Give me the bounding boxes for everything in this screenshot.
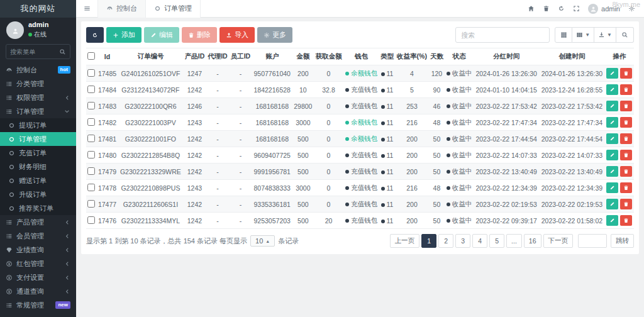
page-button-2[interactable]: 2 bbox=[438, 234, 453, 248]
refresh-button[interactable] bbox=[86, 27, 104, 43]
sidebar-item-16[interactable]: 通道查询 bbox=[0, 284, 76, 298]
page-button-5[interactable]: 5 bbox=[489, 234, 504, 248]
cell-amount: 29800 bbox=[292, 98, 314, 114]
trash-icon[interactable] bbox=[543, 5, 550, 12]
more-button[interactable]: 更多 bbox=[257, 27, 292, 43]
page-button-16[interactable]: 16 bbox=[524, 234, 541, 248]
row-delete-button[interactable] bbox=[620, 101, 632, 111]
sidebar-item-0[interactable]: 控制台hot bbox=[0, 63, 76, 77]
cell-account: 9253057203 bbox=[252, 213, 292, 229]
cell-actions bbox=[605, 180, 634, 196]
row-checkbox[interactable] bbox=[87, 200, 95, 208]
page-button-4[interactable]: 4 bbox=[472, 234, 487, 248]
row-edit-button[interactable] bbox=[606, 199, 618, 209]
import-button[interactable]: 导入 bbox=[219, 27, 255, 43]
row-checkbox[interactable] bbox=[87, 69, 95, 77]
sidebar-item-15[interactable]: 支付设置 bbox=[0, 270, 76, 284]
row-edit-button[interactable] bbox=[606, 150, 618, 160]
select-all-checkbox[interactable] bbox=[87, 52, 95, 60]
row-checkbox[interactable] bbox=[87, 216, 95, 224]
sidebar-item-13[interactable]: 业绩查询 bbox=[0, 243, 76, 257]
row-delete-button[interactable] bbox=[620, 117, 632, 128]
page-ellipsis-button[interactable]: ... bbox=[506, 234, 522, 248]
sidebar-subitem-7[interactable]: 财务明细 bbox=[0, 160, 76, 174]
sidebar-subitem-10[interactable]: 推荐奖订单 bbox=[0, 201, 76, 215]
row-delete-button[interactable] bbox=[620, 166, 632, 177]
sidebar-subitem-9[interactable]: 升级订单 bbox=[0, 187, 76, 201]
settings-icon[interactable] bbox=[628, 5, 635, 12]
circle-icon bbox=[8, 191, 15, 198]
cell-amount: 500 bbox=[292, 196, 314, 213]
sidebar-subitem-6[interactable]: 充值订单 bbox=[0, 146, 76, 160]
page-button-3[interactable]: 3 bbox=[455, 234, 470, 248]
home-icon[interactable] bbox=[528, 5, 535, 12]
tab-console[interactable]: 控制台 bbox=[97, 0, 145, 18]
sidebar-subitem-5[interactable]: 订单管理 bbox=[0, 132, 76, 146]
search-button[interactable] bbox=[616, 27, 634, 43]
fullscreen-icon[interactable] bbox=[573, 5, 580, 12]
cell-days: 50 bbox=[429, 213, 445, 229]
table-toolbar: 添加 编辑 删除 导入 更多 ▼ ▼ bbox=[86, 27, 634, 43]
table-row: 17479G23022213329WRE1242--99919567815000… bbox=[86, 164, 634, 180]
page-size-select[interactable]: 10▲ bbox=[250, 235, 275, 247]
chevron-left-icon bbox=[64, 260, 70, 267]
row-checkbox[interactable] bbox=[87, 102, 95, 109]
delete-button[interactable]: 删除 bbox=[182, 27, 217, 43]
hamburger-icon[interactable] bbox=[76, 0, 97, 18]
table-row: 17476G23022113334MYL1242--92530572035002… bbox=[86, 213, 634, 229]
refresh-icon[interactable] bbox=[558, 5, 565, 12]
row-delete-button[interactable] bbox=[620, 182, 632, 193]
row-checkbox[interactable] bbox=[87, 86, 95, 93]
row-delete-button[interactable] bbox=[620, 133, 632, 144]
jump-button[interactable]: 跳转 bbox=[611, 234, 634, 248]
row-edit-button[interactable] bbox=[606, 182, 618, 193]
type-dot bbox=[381, 170, 385, 174]
row-edit-button[interactable] bbox=[606, 133, 618, 144]
row-delete-button[interactable] bbox=[620, 84, 632, 95]
row-checkbox[interactable] bbox=[87, 167, 95, 175]
next-page-button[interactable]: 下一页 bbox=[543, 234, 574, 248]
row-edit-button[interactable] bbox=[606, 215, 618, 226]
view-toggle-button[interactable] bbox=[555, 27, 572, 43]
sidebar-item-2[interactable]: 权限管理 bbox=[0, 91, 76, 104]
row-delete-button[interactable] bbox=[620, 215, 632, 226]
row-edit-button[interactable] bbox=[606, 117, 618, 128]
row-delete-button[interactable] bbox=[620, 199, 632, 209]
row-edit-button[interactable] bbox=[606, 84, 618, 95]
page-button-1[interactable]: 1 bbox=[421, 234, 436, 248]
cell-type: 11 bbox=[379, 164, 396, 180]
row-checkbox[interactable] bbox=[87, 118, 95, 126]
row-edit-button[interactable] bbox=[606, 166, 618, 177]
table-search-input[interactable] bbox=[455, 27, 550, 43]
add-button[interactable]: 添加 bbox=[106, 27, 142, 43]
row-checkbox[interactable] bbox=[87, 184, 95, 191]
jump-page-input[interactable] bbox=[578, 234, 607, 248]
sidebar-subitem-8[interactable]: 赠送订单 bbox=[0, 174, 76, 187]
row-checkbox[interactable] bbox=[87, 135, 95, 142]
columns-button[interactable]: ▼ bbox=[572, 27, 594, 43]
export-button[interactable]: ▼ bbox=[594, 27, 616, 43]
sidebar-item-17[interactable]: 常规管理new bbox=[0, 298, 76, 312]
row-checkbox[interactable] bbox=[87, 151, 95, 158]
row-delete-button[interactable] bbox=[620, 68, 632, 79]
sidebar-search-input[interactable] bbox=[10, 48, 59, 55]
cell-obtained: 0 bbox=[314, 114, 343, 131]
avatar bbox=[6, 21, 24, 39]
row-edit-button[interactable] bbox=[606, 101, 618, 111]
sidebar-item-11[interactable]: 产品管理 bbox=[0, 215, 76, 229]
type-dot bbox=[381, 203, 385, 207]
sidebar-item-14[interactable]: 红包管理 bbox=[0, 257, 76, 270]
cell-staff_id: - bbox=[229, 131, 252, 147]
sidebar-item-3[interactable]: 订单管理 bbox=[0, 104, 76, 118]
sidebar-item-12[interactable]: 会员管理 bbox=[0, 229, 76, 243]
cell-select bbox=[86, 131, 96, 147]
user-menu[interactable]: admin bbox=[588, 4, 620, 14]
sidebar-item-1[interactable]: 分类管理 bbox=[0, 77, 76, 91]
sidebar-subitem-4[interactable]: 提现订单 bbox=[0, 118, 76, 132]
prev-page-button[interactable]: 上一页 bbox=[390, 234, 420, 248]
row-delete-button[interactable] bbox=[620, 150, 632, 160]
tab-order-management[interactable]: 订单管理 bbox=[145, 0, 201, 18]
edit-button[interactable]: 编辑 bbox=[144, 27, 179, 43]
row-edit-button[interactable] bbox=[606, 68, 618, 79]
sidebar-user[interactable]: admin 在线 bbox=[0, 18, 76, 42]
